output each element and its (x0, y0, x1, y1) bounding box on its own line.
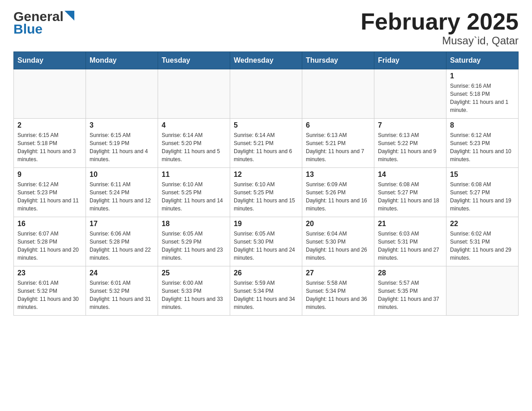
day-info: Sunrise: 6:12 AMSunset: 5:23 PMDaylight:… (450, 131, 515, 163)
calendar-day-cell: 22Sunrise: 6:02 AMSunset: 5:31 PMDayligh… (446, 217, 519, 266)
header-row: Sunday Monday Tuesday Wednesday Thursday… (14, 52, 519, 69)
calendar-day-cell: 11Sunrise: 6:10 AMSunset: 5:25 PMDayligh… (158, 168, 230, 217)
day-info: Sunrise: 6:15 AMSunset: 5:19 PMDaylight:… (90, 131, 154, 163)
day-number: 20 (306, 220, 370, 228)
calendar-body: 1Sunrise: 6:16 AMSunset: 5:18 PMDaylight… (14, 69, 519, 316)
calendar-day-cell: 4Sunrise: 6:14 AMSunset: 5:20 PMDaylight… (158, 119, 230, 168)
day-info: Sunrise: 6:01 AMSunset: 5:32 PMDaylight:… (90, 279, 154, 311)
day-info: Sunrise: 5:59 AMSunset: 5:34 PMDaylight:… (234, 279, 298, 311)
day-number: 9 (17, 171, 82, 179)
day-number: 22 (450, 220, 515, 228)
calendar-day-cell (158, 69, 230, 119)
calendar-day-cell (14, 69, 86, 119)
col-tuesday: Tuesday (158, 52, 230, 69)
calendar-day-cell: 10Sunrise: 6:11 AMSunset: 5:24 PMDayligh… (86, 168, 158, 217)
calendar-day-cell (374, 69, 446, 119)
calendar-day-cell: 2Sunrise: 6:15 AMSunset: 5:18 PMDaylight… (14, 119, 86, 168)
day-number: 4 (162, 121, 226, 129)
day-info: Sunrise: 6:06 AMSunset: 5:28 PMDaylight:… (90, 230, 154, 262)
calendar-day-cell: 13Sunrise: 6:09 AMSunset: 5:26 PMDayligh… (302, 168, 374, 217)
calendar-day-cell: 3Sunrise: 6:15 AMSunset: 5:19 PMDaylight… (86, 119, 158, 168)
calendar-day-cell: 26Sunrise: 5:59 AMSunset: 5:34 PMDayligh… (230, 266, 302, 316)
calendar-day-cell (302, 69, 374, 119)
day-number: 12 (234, 171, 298, 179)
col-friday: Friday (374, 52, 446, 69)
day-info: Sunrise: 6:14 AMSunset: 5:20 PMDaylight:… (162, 131, 226, 163)
svg-marker-0 (64, 11, 74, 21)
calendar-title: February 2025 (360, 9, 519, 34)
day-number: 8 (450, 121, 515, 129)
day-info: Sunrise: 5:57 AMSunset: 5:35 PMDaylight:… (378, 279, 442, 311)
day-info: Sunrise: 6:12 AMSunset: 5:23 PMDaylight:… (17, 180, 82, 213)
calendar-day-cell: 23Sunrise: 6:01 AMSunset: 5:32 PMDayligh… (14, 266, 86, 316)
day-number: 2 (17, 121, 82, 129)
logo: General Blue (13, 9, 74, 37)
logo-arrow-icon (64, 11, 74, 21)
calendar-week-row: 1Sunrise: 6:16 AMSunset: 5:18 PMDaylight… (14, 69, 519, 119)
calendar-week-row: 2Sunrise: 6:15 AMSunset: 5:18 PMDaylight… (14, 119, 519, 168)
calendar-day-cell: 5Sunrise: 6:14 AMSunset: 5:21 PMDaylight… (230, 119, 302, 168)
day-number: 6 (306, 121, 370, 129)
day-number: 18 (162, 220, 226, 228)
day-number: 27 (306, 269, 370, 277)
day-info: Sunrise: 6:04 AMSunset: 5:30 PMDaylight:… (306, 230, 370, 262)
calendar-subtitle: Musay`id, Qatar (360, 34, 519, 47)
day-number: 3 (90, 121, 154, 129)
calendar-day-cell (86, 69, 158, 119)
day-info: Sunrise: 6:10 AMSunset: 5:25 PMDaylight:… (162, 180, 226, 213)
day-number: 10 (90, 171, 154, 179)
day-number: 25 (162, 269, 226, 277)
col-wednesday: Wednesday (230, 52, 302, 69)
day-number: 14 (378, 171, 442, 179)
day-info: Sunrise: 6:13 AMSunset: 5:21 PMDaylight:… (306, 131, 370, 163)
calendar-day-cell: 1Sunrise: 6:16 AMSunset: 5:18 PMDaylight… (446, 69, 519, 119)
logo-blue-text: Blue (13, 21, 43, 37)
day-info: Sunrise: 6:13 AMSunset: 5:22 PMDaylight:… (378, 131, 442, 163)
calendar-table: Sunday Monday Tuesday Wednesday Thursday… (13, 51, 519, 316)
day-info: Sunrise: 6:11 AMSunset: 5:24 PMDaylight:… (90, 180, 154, 213)
calendar-day-cell: 6Sunrise: 6:13 AMSunset: 5:21 PMDaylight… (302, 119, 374, 168)
day-number: 23 (17, 269, 82, 277)
col-monday: Monday (86, 52, 158, 69)
day-info: Sunrise: 6:15 AMSunset: 5:18 PMDaylight:… (17, 131, 82, 163)
col-thursday: Thursday (302, 52, 374, 69)
day-number: 17 (90, 220, 154, 228)
day-number: 7 (378, 121, 442, 129)
day-info: Sunrise: 6:00 AMSunset: 5:33 PMDaylight:… (162, 279, 226, 311)
day-info: Sunrise: 6:08 AMSunset: 5:27 PMDaylight:… (450, 180, 515, 213)
calendar-week-row: 9Sunrise: 6:12 AMSunset: 5:23 PMDaylight… (14, 168, 519, 217)
day-number: 13 (306, 171, 370, 179)
day-info: Sunrise: 6:05 AMSunset: 5:30 PMDaylight:… (234, 230, 298, 262)
calendar-week-row: 23Sunrise: 6:01 AMSunset: 5:32 PMDayligh… (14, 266, 519, 316)
day-number: 24 (90, 269, 154, 277)
day-info: Sunrise: 6:07 AMSunset: 5:28 PMDaylight:… (17, 230, 82, 262)
day-number: 15 (450, 171, 515, 179)
calendar-day-cell: 25Sunrise: 6:00 AMSunset: 5:33 PMDayligh… (158, 266, 230, 316)
calendar-day-cell: 7Sunrise: 6:13 AMSunset: 5:22 PMDaylight… (374, 119, 446, 168)
calendar-day-cell: 27Sunrise: 5:58 AMSunset: 5:34 PMDayligh… (302, 266, 374, 316)
calendar-day-cell: 15Sunrise: 6:08 AMSunset: 5:27 PMDayligh… (446, 168, 519, 217)
day-info: Sunrise: 6:10 AMSunset: 5:25 PMDaylight:… (234, 180, 298, 213)
day-info: Sunrise: 6:16 AMSunset: 5:18 PMDaylight:… (450, 82, 515, 114)
day-info: Sunrise: 6:05 AMSunset: 5:29 PMDaylight:… (162, 230, 226, 262)
calendar-day-cell: 14Sunrise: 6:08 AMSunset: 5:27 PMDayligh… (374, 168, 446, 217)
day-number: 26 (234, 269, 298, 277)
calendar-day-cell: 24Sunrise: 6:01 AMSunset: 5:32 PMDayligh… (86, 266, 158, 316)
day-number: 19 (234, 220, 298, 228)
col-saturday: Saturday (446, 52, 519, 69)
day-number: 1 (450, 72, 515, 80)
calendar-day-cell: 19Sunrise: 6:05 AMSunset: 5:30 PMDayligh… (230, 217, 302, 266)
day-info: Sunrise: 5:58 AMSunset: 5:34 PMDaylight:… (306, 279, 370, 311)
calendar-day-cell: 17Sunrise: 6:06 AMSunset: 5:28 PMDayligh… (86, 217, 158, 266)
day-info: Sunrise: 6:02 AMSunset: 5:31 PMDaylight:… (450, 230, 515, 262)
day-number: 11 (162, 171, 226, 179)
calendar-week-row: 16Sunrise: 6:07 AMSunset: 5:28 PMDayligh… (14, 217, 519, 266)
day-info: Sunrise: 6:03 AMSunset: 5:31 PMDaylight:… (378, 230, 442, 262)
calendar-day-cell: 20Sunrise: 6:04 AMSunset: 5:30 PMDayligh… (302, 217, 374, 266)
calendar-day-cell (230, 69, 302, 119)
day-info: Sunrise: 6:09 AMSunset: 5:26 PMDaylight:… (306, 180, 370, 213)
calendar-header: Sunday Monday Tuesday Wednesday Thursday… (14, 52, 519, 69)
col-sunday: Sunday (14, 52, 86, 69)
calendar-day-cell (446, 266, 519, 316)
day-info: Sunrise: 6:01 AMSunset: 5:32 PMDaylight:… (17, 279, 82, 311)
